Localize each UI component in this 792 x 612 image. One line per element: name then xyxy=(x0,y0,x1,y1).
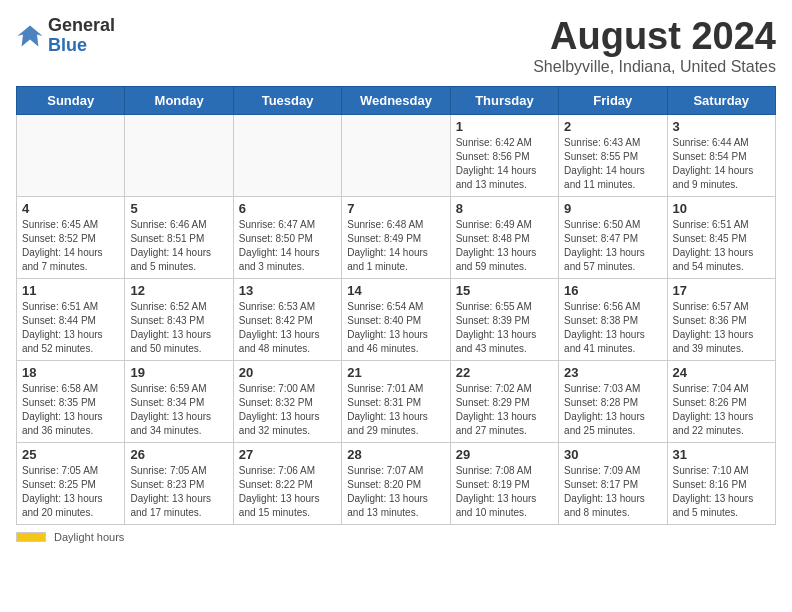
calendar-cell: 28Sunrise: 7:07 AM Sunset: 8:20 PM Dayli… xyxy=(342,442,450,524)
day-info: Sunrise: 6:47 AM Sunset: 8:50 PM Dayligh… xyxy=(239,218,336,274)
calendar-header-friday: Friday xyxy=(559,86,667,114)
logo-bird-icon xyxy=(16,22,44,50)
day-info: Sunrise: 6:45 AM Sunset: 8:52 PM Dayligh… xyxy=(22,218,119,274)
day-info: Sunrise: 6:54 AM Sunset: 8:40 PM Dayligh… xyxy=(347,300,444,356)
calendar-week-row: 1Sunrise: 6:42 AM Sunset: 8:56 PM Daylig… xyxy=(17,114,776,196)
day-info: Sunrise: 6:42 AM Sunset: 8:56 PM Dayligh… xyxy=(456,136,553,192)
day-info: Sunrise: 6:51 AM Sunset: 8:44 PM Dayligh… xyxy=(22,300,119,356)
calendar-header-row: SundayMondayTuesdayWednesdayThursdayFrid… xyxy=(17,86,776,114)
logo: General Blue xyxy=(16,16,115,56)
day-info: Sunrise: 7:03 AM Sunset: 8:28 PM Dayligh… xyxy=(564,382,661,438)
day-number: 6 xyxy=(239,201,336,216)
day-number: 1 xyxy=(456,119,553,134)
day-number: 12 xyxy=(130,283,227,298)
day-number: 21 xyxy=(347,365,444,380)
svg-marker-0 xyxy=(17,25,42,46)
calendar-cell: 30Sunrise: 7:09 AM Sunset: 8:17 PM Dayli… xyxy=(559,442,667,524)
calendar-cell: 21Sunrise: 7:01 AM Sunset: 8:31 PM Dayli… xyxy=(342,360,450,442)
calendar-cell: 11Sunrise: 6:51 AM Sunset: 8:44 PM Dayli… xyxy=(17,278,125,360)
day-info: Sunrise: 7:00 AM Sunset: 8:32 PM Dayligh… xyxy=(239,382,336,438)
calendar-week-row: 4Sunrise: 6:45 AM Sunset: 8:52 PM Daylig… xyxy=(17,196,776,278)
day-number: 15 xyxy=(456,283,553,298)
day-number: 5 xyxy=(130,201,227,216)
calendar-cell: 18Sunrise: 6:58 AM Sunset: 8:35 PM Dayli… xyxy=(17,360,125,442)
logo-general: General xyxy=(48,16,115,36)
day-number: 31 xyxy=(673,447,770,462)
calendar-cell xyxy=(233,114,341,196)
day-number: 19 xyxy=(130,365,227,380)
calendar-cell: 29Sunrise: 7:08 AM Sunset: 8:19 PM Dayli… xyxy=(450,442,558,524)
day-info: Sunrise: 7:08 AM Sunset: 8:19 PM Dayligh… xyxy=(456,464,553,520)
calendar-header-sunday: Sunday xyxy=(17,86,125,114)
calendar-cell: 23Sunrise: 7:03 AM Sunset: 8:28 PM Dayli… xyxy=(559,360,667,442)
calendar-cell: 19Sunrise: 6:59 AM Sunset: 8:34 PM Dayli… xyxy=(125,360,233,442)
calendar-cell: 6Sunrise: 6:47 AM Sunset: 8:50 PM Daylig… xyxy=(233,196,341,278)
calendar-cell xyxy=(342,114,450,196)
calendar-header-tuesday: Tuesday xyxy=(233,86,341,114)
day-number: 16 xyxy=(564,283,661,298)
calendar-table: SundayMondayTuesdayWednesdayThursdayFrid… xyxy=(16,86,776,525)
calendar-cell: 4Sunrise: 6:45 AM Sunset: 8:52 PM Daylig… xyxy=(17,196,125,278)
calendar-cell: 5Sunrise: 6:46 AM Sunset: 8:51 PM Daylig… xyxy=(125,196,233,278)
day-number: 23 xyxy=(564,365,661,380)
logo-blue: Blue xyxy=(48,36,115,56)
logo-text: General Blue xyxy=(48,16,115,56)
calendar-cell: 1Sunrise: 6:42 AM Sunset: 8:56 PM Daylig… xyxy=(450,114,558,196)
calendar-subtitle: Shelbyville, Indiana, United States xyxy=(533,58,776,76)
day-info: Sunrise: 7:09 AM Sunset: 8:17 PM Dayligh… xyxy=(564,464,661,520)
day-number: 14 xyxy=(347,283,444,298)
day-info: Sunrise: 7:07 AM Sunset: 8:20 PM Dayligh… xyxy=(347,464,444,520)
day-number: 11 xyxy=(22,283,119,298)
calendar-cell: 15Sunrise: 6:55 AM Sunset: 8:39 PM Dayli… xyxy=(450,278,558,360)
day-info: Sunrise: 7:06 AM Sunset: 8:22 PM Dayligh… xyxy=(239,464,336,520)
day-info: Sunrise: 6:44 AM Sunset: 8:54 PM Dayligh… xyxy=(673,136,770,192)
calendar-cell: 20Sunrise: 7:00 AM Sunset: 8:32 PM Dayli… xyxy=(233,360,341,442)
calendar-week-row: 25Sunrise: 7:05 AM Sunset: 8:25 PM Dayli… xyxy=(17,442,776,524)
calendar-header-monday: Monday xyxy=(125,86,233,114)
day-number: 27 xyxy=(239,447,336,462)
day-number: 25 xyxy=(22,447,119,462)
day-info: Sunrise: 6:48 AM Sunset: 8:49 PM Dayligh… xyxy=(347,218,444,274)
day-info: Sunrise: 6:49 AM Sunset: 8:48 PM Dayligh… xyxy=(456,218,553,274)
day-info: Sunrise: 6:55 AM Sunset: 8:39 PM Dayligh… xyxy=(456,300,553,356)
day-info: Sunrise: 6:56 AM Sunset: 8:38 PM Dayligh… xyxy=(564,300,661,356)
calendar-cell: 31Sunrise: 7:10 AM Sunset: 8:16 PM Dayli… xyxy=(667,442,775,524)
calendar-cell: 3Sunrise: 6:44 AM Sunset: 8:54 PM Daylig… xyxy=(667,114,775,196)
day-info: Sunrise: 6:58 AM Sunset: 8:35 PM Dayligh… xyxy=(22,382,119,438)
day-info: Sunrise: 6:53 AM Sunset: 8:42 PM Dayligh… xyxy=(239,300,336,356)
day-number: 13 xyxy=(239,283,336,298)
footer: Daylight hours xyxy=(16,531,776,543)
day-info: Sunrise: 7:02 AM Sunset: 8:29 PM Dayligh… xyxy=(456,382,553,438)
calendar-cell: 26Sunrise: 7:05 AM Sunset: 8:23 PM Dayli… xyxy=(125,442,233,524)
day-info: Sunrise: 7:10 AM Sunset: 8:16 PM Dayligh… xyxy=(673,464,770,520)
header: General Blue August 2024 Shelbyville, In… xyxy=(16,16,776,76)
calendar-cell: 7Sunrise: 6:48 AM Sunset: 8:49 PM Daylig… xyxy=(342,196,450,278)
calendar-week-row: 18Sunrise: 6:58 AM Sunset: 8:35 PM Dayli… xyxy=(17,360,776,442)
calendar-cell: 14Sunrise: 6:54 AM Sunset: 8:40 PM Dayli… xyxy=(342,278,450,360)
calendar-header-wednesday: Wednesday xyxy=(342,86,450,114)
day-number: 8 xyxy=(456,201,553,216)
calendar-week-row: 11Sunrise: 6:51 AM Sunset: 8:44 PM Dayli… xyxy=(17,278,776,360)
day-number: 2 xyxy=(564,119,661,134)
calendar-cell: 10Sunrise: 6:51 AM Sunset: 8:45 PM Dayli… xyxy=(667,196,775,278)
day-number: 9 xyxy=(564,201,661,216)
calendar-cell: 12Sunrise: 6:52 AM Sunset: 8:43 PM Dayli… xyxy=(125,278,233,360)
day-number: 28 xyxy=(347,447,444,462)
day-number: 4 xyxy=(22,201,119,216)
calendar-header-saturday: Saturday xyxy=(667,86,775,114)
day-number: 10 xyxy=(673,201,770,216)
day-number: 29 xyxy=(456,447,553,462)
calendar-cell: 24Sunrise: 7:04 AM Sunset: 8:26 PM Dayli… xyxy=(667,360,775,442)
day-info: Sunrise: 6:43 AM Sunset: 8:55 PM Dayligh… xyxy=(564,136,661,192)
day-info: Sunrise: 6:52 AM Sunset: 8:43 PM Dayligh… xyxy=(130,300,227,356)
title-area: August 2024 Shelbyville, Indiana, United… xyxy=(533,16,776,76)
day-info: Sunrise: 6:51 AM Sunset: 8:45 PM Dayligh… xyxy=(673,218,770,274)
day-info: Sunrise: 7:01 AM Sunset: 8:31 PM Dayligh… xyxy=(347,382,444,438)
calendar-cell xyxy=(125,114,233,196)
day-info: Sunrise: 7:05 AM Sunset: 8:25 PM Dayligh… xyxy=(22,464,119,520)
day-number: 20 xyxy=(239,365,336,380)
day-info: Sunrise: 6:50 AM Sunset: 8:47 PM Dayligh… xyxy=(564,218,661,274)
day-number: 30 xyxy=(564,447,661,462)
calendar-cell: 13Sunrise: 6:53 AM Sunset: 8:42 PM Dayli… xyxy=(233,278,341,360)
day-number: 17 xyxy=(673,283,770,298)
